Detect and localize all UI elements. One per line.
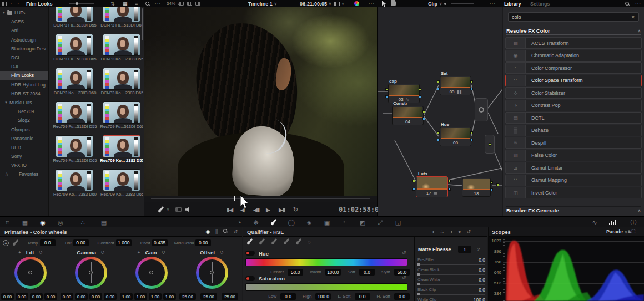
- sidebar-item-sony[interactable]: Sony: [0, 152, 48, 161]
- play-reverse-button[interactable]: ◀▮: [253, 202, 259, 217]
- qualifier-icon[interactable]: [268, 217, 280, 228]
- library-options-icon[interactable]: ···: [635, 0, 641, 7]
- viewer-mode-icon-2[interactable]: [187, 2, 192, 6]
- offset-reset-icon[interactable]: ↺: [219, 249, 224, 255]
- scopes-icon[interactable]: [606, 217, 618, 228]
- fx-item-color-compressor[interactable]: ∴Color Compressor: [505, 62, 642, 74]
- viewer-mode-icon-1[interactable]: [179, 2, 184, 6]
- clear-search-icon[interactable]: ✕: [631, 14, 635, 20]
- fx-item-despill[interactable]: ≋Despill: [505, 137, 642, 149]
- playhead[interactable]: [234, 196, 235, 201]
- viewer-mode-icon-3[interactable]: [195, 2, 200, 6]
- mid-detail-value[interactable]: 0.00: [195, 239, 211, 246]
- bars-mode-icon[interactable]: ⫼: [215, 229, 218, 235]
- gamma-value[interactable]: 0.00: [75, 293, 88, 300]
- lut-thumb[interactable]: DCI-P3 Fu...513DI D65: [56, 34, 93, 63]
- lift-value[interactable]: 0.00: [16, 293, 28, 300]
- key-icon[interactable]: ◩: [356, 217, 369, 228]
- lut-thumb[interactable]: DCI-P3 Fu...513DI D60: [103, 7, 140, 29]
- sidebar-item-hdr-st2084[interactable]: HDR ST 2084: [0, 89, 48, 98]
- wipe-mode-icon[interactable]: ∨: [334, 0, 344, 7]
- node-mixer[interactable]: [475, 98, 488, 121]
- hue-center-value[interactable]: 50.0: [288, 269, 303, 276]
- collapse-icon[interactable]: ∧: [638, 29, 641, 33]
- sidebar-item-film-looks[interactable]: Film Looks: [0, 71, 48, 80]
- fx-item-invert-color[interactable]: ◫Invert Color: [505, 187, 642, 198]
- hand-tool-icon[interactable]: [391, 0, 396, 7]
- sidebar-item-dji[interactable]: DJI: [0, 62, 48, 71]
- viewer-zoom-select[interactable]: 34%∨: [167, 0, 180, 7]
- wheels-reset-icon[interactable]: ↺: [233, 229, 238, 234]
- node-03-exp[interactable]: 03∿: [388, 84, 420, 103]
- primary-wheels-mode-icon[interactable]: ◉: [205, 229, 210, 234]
- fx-color-section-header[interactable]: Resolve FX Color∧: [506, 27, 641, 35]
- list-view-icon[interactable]: ≡: [135, 0, 138, 7]
- fx-item-aces-transform[interactable]: ▩ACES Transform: [505, 37, 642, 49]
- gain-value[interactable]: 1.00: [149, 293, 162, 300]
- sat-low-value[interactable]: 0.0: [280, 293, 296, 300]
- node-connector[interactable]: [485, 135, 495, 154]
- wipe-toggle-icon[interactable]: [175, 202, 182, 217]
- lut-thumb[interactable]: DCI-P3 Fu...513DI D55: [56, 7, 93, 29]
- node-06-hue[interactable]: 06: [440, 127, 471, 146]
- node-17-luts[interactable]: 17▦: [416, 176, 448, 197]
- sidebar-item-hdr-hybrid[interactable]: HDR Hybrid Log...: [0, 80, 48, 89]
- tint-value[interactable]: 0.00: [73, 239, 89, 246]
- color-wheels-icon[interactable]: ◉: [37, 217, 49, 228]
- color-warper-icon[interactable]: ❋: [250, 217, 262, 228]
- lut-options-icon[interactable]: ···: [155, 0, 161, 7]
- blur-icon[interactable]: ≈: [339, 217, 351, 228]
- sidebar-item-panasonic[interactable]: Panasonic: [0, 134, 48, 143]
- motion-effects-icon[interactable]: ▤: [98, 217, 110, 228]
- sidebar-item-red[interactable]: RED: [0, 143, 48, 152]
- picker-subtract-icon[interactable]: [259, 238, 266, 246]
- gain-value[interactable]: 1.00: [163, 293, 176, 300]
- lift-reset-icon[interactable]: ↺: [38, 249, 43, 255]
- sidebar-item-vfx-io[interactable]: VFX IO: [0, 161, 48, 170]
- hue-reset-icon[interactable]: ↺: [402, 250, 406, 256]
- despill-icon[interactable]: ∴: [441, 229, 444, 234]
- fx-item-dehaze[interactable]: ▒Dehaze: [505, 125, 642, 136]
- toggle-panel-icon[interactable]: [2, 2, 7, 6]
- spline-icon[interactable]: ∿: [588, 217, 601, 228]
- matte-tab-2[interactable]: 2: [472, 246, 485, 253]
- lift-value[interactable]: 0.00: [30, 293, 43, 300]
- collapse-icon[interactable]: ∧: [638, 208, 641, 213]
- hue-sym-value[interactable]: 50.0: [394, 269, 410, 276]
- sidebar-item-luts[interactable]: ▼LUTs: [0, 8, 48, 17]
- tab-settings[interactable]: Settings: [530, 0, 550, 7]
- fx-item-contrast-pop[interactable]: ◑Contrast Pop: [505, 100, 642, 111]
- sat-high-value[interactable]: 100.0: [315, 293, 331, 300]
- lut-thumb[interactable]: DCI-P3 Ko... 2383 D65: [103, 68, 140, 96]
- gamma-value[interactable]: 0.00: [61, 293, 73, 300]
- fx-item-chromatic-adaptation[interactable]: ◉Chromatic Adaptation: [505, 50, 642, 62]
- forward-button[interactable]: ›: [17, 0, 19, 7]
- lift-color-wheel[interactable]: [14, 257, 47, 289]
- gain-highlights-icon[interactable]: ✦: [137, 250, 141, 255]
- offset-value[interactable]: 25.00: [200, 293, 217, 300]
- pre-filter-slider[interactable]: [417, 264, 485, 265]
- clean-white-slider[interactable]: [417, 284, 485, 285]
- lut-thumb-selected[interactable]: Rec709 Ko... 2383 D55: [103, 135, 140, 164]
- softness-icon[interactable]: [283, 238, 290, 246]
- gain-reset-icon[interactable]: ↺: [162, 249, 166, 255]
- gamma-color-wheel[interactable]: [75, 257, 107, 289]
- hue-width-value[interactable]: 100.0: [325, 269, 341, 276]
- lut-thumb[interactable]: Rec709 Ko... 2383 D60: [56, 169, 93, 198]
- lut-thumb[interactable]: Rec709 Ko... 2383 D65: [103, 169, 140, 198]
- lift-shadows-icon[interactable]: ✦: [18, 250, 22, 255]
- fx-item-color-space-transform[interactable]: ∵Color Space Transform: [505, 75, 642, 86]
- node-options-icon[interactable]: ···: [490, 0, 496, 7]
- magic-mask-icon[interactable]: ▣: [321, 217, 333, 228]
- loop-button[interactable]: ↻: [293, 202, 298, 217]
- scope-mode-select[interactable]: Parade∨: [606, 229, 627, 234]
- qualifier-options-icon[interactable]: ···: [476, 229, 483, 234]
- sidebar-item-blackmagic[interactable]: Blackmagic Desi...: [0, 44, 48, 53]
- offset-color-wheel[interactable]: [196, 257, 228, 289]
- node-05-sat[interactable]: 05▮▮: [440, 76, 471, 95]
- grab-still-icon[interactable]: ∨: [158, 202, 169, 217]
- node-view-select[interactable]: Clip∨: [428, 0, 446, 7]
- fx-generate-section-header[interactable]: Resolve FX Generate∧: [506, 206, 641, 214]
- fx-item-false-color[interactable]: ▧False Color: [505, 150, 642, 161]
- qualifier-reset-icon[interactable]: ↺: [466, 229, 471, 234]
